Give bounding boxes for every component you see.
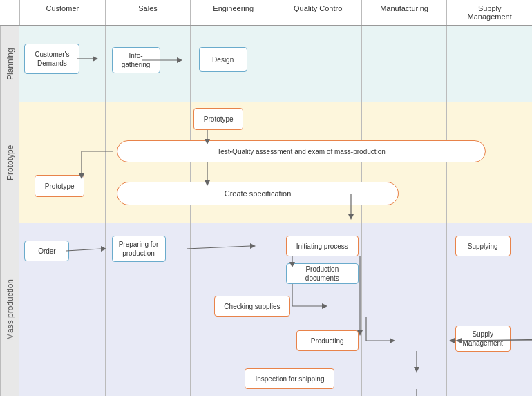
col-engineering: Engineering	[190, 0, 276, 25]
box-production-docs: Production documents	[286, 263, 359, 284]
svg-line-13	[66, 249, 101, 251]
diagram-container: Customer Sales Engineering Quality Contr…	[0, 0, 532, 396]
box-preparing: Preparing for production	[112, 236, 166, 262]
box-supplying: Supplying	[455, 236, 511, 256]
svg-line-15	[187, 246, 250, 249]
spacer	[0, 0, 19, 25]
box-prototype-top: Prototype	[193, 108, 243, 130]
svg-marker-16	[250, 243, 256, 249]
svg-marker-21	[449, 338, 455, 343]
mass-content: Order Preparing for production Initiatin…	[19, 223, 532, 396]
box-supply-mgmt: Supply Management	[455, 326, 511, 352]
lane-label-prototype: Prototype	[0, 102, 19, 223]
svg-marker-3	[177, 57, 182, 63]
box-design: Design	[199, 47, 247, 72]
col-supply: Supply Management	[446, 0, 532, 25]
box-test-quality: Test•Quality assessment and exam of mass…	[117, 140, 486, 162]
box-inspection: Inspection for shipping	[245, 368, 334, 389]
planning-content: Customer's Demands Info- gathering Desig…	[19, 26, 532, 102]
box-order: Order	[24, 241, 69, 261]
box-create-spec: Create specification	[117, 182, 399, 205]
box-customers-demands: Customer's Demands	[24, 44, 79, 74]
svg-marker-33	[414, 367, 419, 373]
lane-prototype: Prototype Prototype Test•Quality assessm…	[0, 102, 532, 223]
col-customer: Customer	[19, 0, 105, 25]
col-manufacturing: Manufacturing	[361, 0, 447, 25]
box-producting: Producting	[296, 330, 359, 351]
box-initiating: Initiating process	[286, 236, 359, 256]
box-info-gathering: Info- gathering	[112, 47, 160, 73]
svg-marker-24	[322, 303, 327, 309]
lane-label-planning: Planning	[0, 26, 19, 102]
col-sales: Sales	[105, 0, 191, 25]
lane-mass: Mass production Order Preparing for prod…	[0, 223, 532, 396]
svg-marker-14	[101, 246, 106, 252]
svg-marker-27	[390, 338, 395, 343]
lane-label-mass: Mass production	[0, 223, 19, 396]
box-prototype-feedback: Prototype	[35, 175, 84, 197]
col-quality: Quality Control	[276, 0, 361, 25]
svg-marker-1	[93, 56, 98, 62]
svg-marker-12	[348, 214, 354, 220]
header-row: Customer Sales Engineering Quality Contr…	[0, 0, 532, 26]
prototype-content: Prototype Test•Quality assessment and ex…	[19, 102, 532, 223]
box-checking: Checking supplies	[214, 296, 290, 317]
lane-planning: Planning Customer's Demands Info- gather…	[0, 26, 532, 102]
